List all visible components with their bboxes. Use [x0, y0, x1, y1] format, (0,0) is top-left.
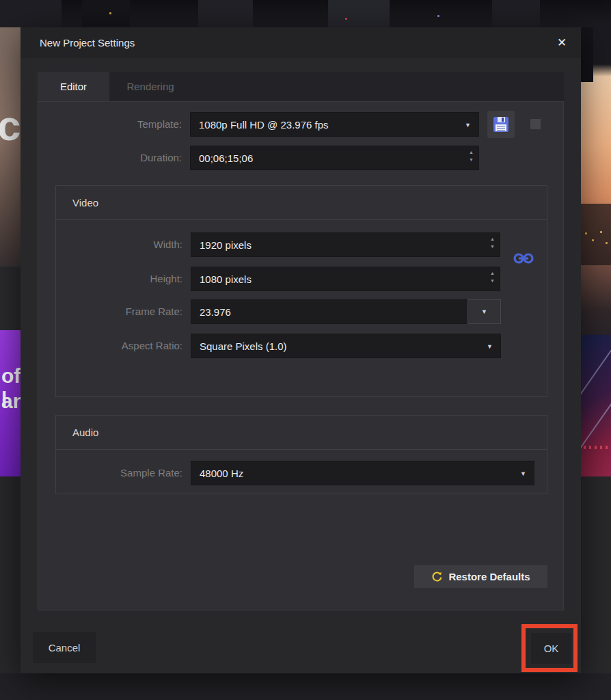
duration-label: Duration: — [45, 146, 182, 170]
restore-defaults-button[interactable]: Restore Defaults — [414, 565, 547, 588]
dialog-title: New Project Settings — [40, 37, 135, 49]
spin-down-icon[interactable]: ▼ — [469, 157, 474, 162]
background-dark-left — [0, 267, 21, 330]
building-silhouette — [581, 204, 611, 265]
chevron-down-icon: ▼ — [520, 470, 526, 477]
height-input[interactable]: 1080 pixels ▲ ▼ — [191, 267, 500, 291]
tab-editor[interactable]: Editor — [38, 72, 109, 101]
spin-up-icon[interactable]: ▲ — [490, 271, 495, 275]
circular-arrows-refresh-icon — [431, 571, 443, 582]
template-label: Template: — [45, 112, 182, 137]
audio-group-header: Audio — [56, 416, 547, 450]
building-silhouette — [581, 27, 593, 82]
tab-strip: Editor Rendering — [38, 72, 564, 101]
video-group: Video Width: 1920 pixels ▲ ▼ Height: 108… — [55, 185, 547, 397]
background-purple-thumbnail: of l an — [0, 330, 21, 476]
width-input[interactable]: 1920 pixels ▲ ▼ — [191, 232, 500, 257]
neon-tick — [600, 446, 602, 449]
height-value: 1080 pixels — [200, 273, 252, 285]
save-template-button[interactable] — [487, 111, 515, 138]
audio-group: Audio Sample Rate: 48000 Hz ▼ — [55, 415, 547, 494]
aspect-ratio-value: Square Pixels (1.0) — [200, 340, 287, 352]
width-label: Width: — [59, 232, 182, 257]
background-sunset-right — [581, 27, 611, 335]
sample-rate-value: 48000 Hz — [200, 468, 243, 479]
background-neon-thumbnail — [581, 335, 611, 476]
editor-tab-panel: Template: 1080p Full HD @ 23.976 fps ▼ D… — [38, 101, 564, 610]
city-light — [606, 242, 608, 244]
sample-rate-dropdown[interactable]: 48000 Hz ▼ — [191, 461, 534, 485]
neon-tick — [584, 446, 586, 449]
city-light — [585, 232, 587, 234]
background-sunset-left: c — [0, 27, 21, 267]
frame-rate-dropdown[interactable]: 23.976 — [191, 299, 467, 324]
spin-up-icon[interactable]: ▲ — [469, 150, 474, 154]
link-dimensions-toggle[interactable] — [513, 252, 534, 265]
template-dropdown[interactable]: 1080p Full HD @ 23.976 fps ▼ — [190, 112, 479, 137]
cancel-button[interactable]: Cancel — [33, 632, 96, 663]
frame-rate-value: 23.976 — [200, 306, 231, 318]
width-spinner[interactable]: ▲ ▼ — [490, 237, 495, 249]
video-group-title: Video — [72, 197, 98, 208]
background-dark-bottom — [0, 673, 611, 700]
width-value: 1920 pixels — [200, 239, 252, 251]
sample-rate-label: Sample Rate: — [59, 461, 182, 485]
frame-rate-dropdown-button[interactable]: ▼ — [467, 299, 501, 324]
background-text-fragment: an — [1, 390, 21, 413]
building-shape — [82, 0, 130, 27]
dialog-titlebar: New Project Settings ✕ — [21, 27, 581, 58]
audio-group-title: Audio — [72, 427, 98, 438]
city-light — [109, 12, 111, 14]
duration-spinner[interactable]: ▲ ▼ — [469, 150, 474, 162]
spin-down-icon[interactable]: ▼ — [490, 244, 495, 249]
neon-tick — [606, 446, 608, 449]
background-letter: c — [0, 101, 21, 150]
background-dark-left-bottom — [0, 476, 21, 673]
video-group-header: Video — [56, 186, 547, 220]
city-light — [600, 231, 602, 233]
city-light — [592, 239, 594, 241]
frame-rate-label: Frame Rate: — [59, 299, 182, 324]
chain-link-icon — [513, 252, 534, 265]
aspect-ratio-label: Aspect Ratio: — [59, 334, 182, 358]
template-extra-icon — [530, 119, 541, 129]
spin-down-icon[interactable]: ▼ — [490, 278, 495, 283]
building-shape — [0, 0, 62, 27]
neon-tick — [589, 446, 591, 449]
template-value: 1080p Full HD @ 23.976 fps — [199, 119, 329, 131]
restore-defaults-label: Restore Defaults — [448, 571, 530, 582]
floppy-disk-icon — [492, 116, 510, 133]
chevron-down-icon: ▼ — [465, 122, 471, 129]
ok-button[interactable]: OK — [531, 633, 571, 664]
duration-value: 00;06;15;06 — [199, 152, 253, 164]
height-spinner[interactable]: ▲ ▼ — [490, 271, 495, 283]
city-light — [345, 18, 347, 20]
background-city-skyline — [0, 0, 611, 27]
building-shape — [328, 0, 390, 27]
neon-tick — [595, 446, 597, 449]
chevron-down-icon: ▼ — [487, 343, 493, 350]
aspect-ratio-dropdown[interactable]: Square Pixels (1.0) ▼ — [191, 334, 501, 358]
close-icon[interactable]: ✕ — [554, 35, 570, 51]
tab-rendering[interactable]: Rendering — [109, 72, 191, 101]
city-light — [437, 15, 439, 17]
new-project-settings-dialog: New Project Settings ✕ Editor Rendering … — [21, 27, 581, 673]
chevron-down-icon: ▼ — [481, 308, 487, 315]
neon-line — [581, 383, 611, 450]
neon-line — [581, 349, 611, 416]
background-dark-right-bottom — [581, 476, 611, 673]
height-label: Height: — [59, 267, 182, 291]
building-shape — [198, 0, 253, 27]
duration-input[interactable]: 00;06;15;06 ▲ ▼ — [190, 146, 479, 170]
spin-up-icon[interactable]: ▲ — [490, 237, 495, 241]
building-shape — [492, 0, 540, 27]
